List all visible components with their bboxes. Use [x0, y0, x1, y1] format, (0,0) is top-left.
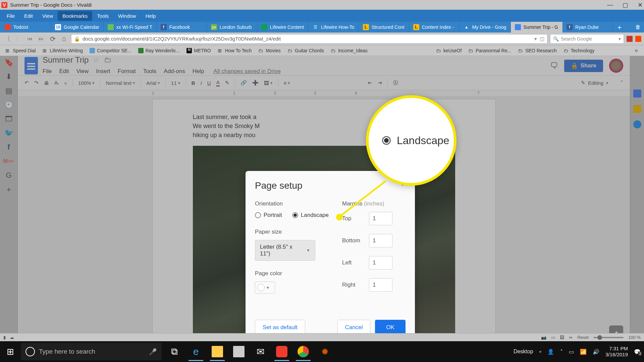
rewind-button[interactable]: ⏮	[25, 35, 34, 43]
battery-icon[interactable]: ▭	[569, 349, 574, 355]
explorer-taskbar-icon[interactable]	[208, 342, 227, 361]
menu-view[interactable]: View	[38, 11, 58, 21]
bookmark-item[interactable]: 🗀keUseOf	[433, 48, 464, 53]
minimize-button[interactable]: —	[607, 1, 613, 9]
actions-icon[interactable]: ⇔	[569, 335, 573, 340]
tab-mydrive[interactable]: ▲My Drive - Goog	[460, 22, 511, 33]
tray-chevron-icon[interactable]: ˄	[560, 349, 563, 355]
window-title: Summer Trip - Google Docs - Vivaldi	[10, 2, 92, 8]
dropdown-icon[interactable]: ▾	[619, 36, 621, 42]
bookmark-item[interactable]: ⊞How To Tech	[215, 48, 255, 53]
vivaldi-taskbar-icon[interactable]	[272, 342, 291, 361]
speeddial-icon: ⊞	[5, 48, 11, 53]
images-icon[interactable]: 🖼	[560, 335, 564, 340]
bookmark-item[interactable]: 🗀Income_Ideas	[328, 48, 370, 53]
bookmarks-overflow[interactable]: »	[631, 47, 641, 54]
home-button[interactable]: ⌂	[60, 35, 68, 43]
bookmark-item[interactable]: 🗀Technology	[561, 48, 597, 53]
tab-summertrip[interactable]: Summer Trip - G	[511, 22, 562, 33]
extension-icon[interactable]	[627, 36, 633, 42]
tab-contentindex[interactable]: LContent Index -	[409, 22, 460, 33]
url-text: docs.google.com/document/d/1IC2Q2VYtUYRK…	[83, 36, 281, 42]
papersize-select[interactable]: Letter (8.5" x 11")▼	[255, 240, 315, 261]
margins-label: Margins (inches)	[342, 200, 406, 207]
desktop-label[interactable]: Desktop	[514, 349, 533, 355]
tray-overflow-icon[interactable]: »	[539, 349, 542, 354]
bookmark-item[interactable]: 🗀Movies	[256, 48, 283, 53]
edge-taskbar-icon[interactable]: e	[186, 342, 205, 361]
pagecolor-select[interactable]: ▼	[255, 282, 275, 294]
margin-bottom-input[interactable]	[369, 234, 392, 247]
mail-taskbar-icon[interactable]: ✉	[251, 342, 270, 361]
tab-todoist[interactable]: Todoist	[1, 22, 51, 33]
closed-tabs-button[interactable]: 🗑	[633, 22, 643, 33]
tab-strip: Todoist 16Google Calendar xx Wi-Fi Speed…	[0, 22, 644, 33]
landscape-radio[interactable]: Landscape	[292, 212, 329, 219]
volume-icon[interactable]: 🔊	[593, 349, 599, 355]
store-taskbar-icon[interactable]	[229, 342, 248, 361]
bookmark-item[interactable]: MMETRO	[184, 48, 214, 53]
menu-window[interactable]: Window	[113, 11, 141, 21]
forward-button[interactable]: 〉	[14, 35, 23, 43]
search-field[interactable]: 🔍 Search Google ▾	[550, 34, 624, 44]
tab-ryandube[interactable]: fRyan Dube	[562, 22, 613, 33]
docs-icon	[515, 24, 521, 30]
reader-icon[interactable]: ◫	[540, 36, 544, 42]
app-taskbar-icon[interactable]: ✹	[315, 342, 334, 361]
list-icon: ☰	[312, 24, 318, 30]
chevron-down-icon: ▼	[266, 286, 270, 290]
bookmark-item[interactable]: ⊞Speed Dial	[3, 48, 39, 53]
tab-london[interactable]: pxLondon Suburb	[207, 22, 257, 33]
margin-top-input[interactable]	[369, 212, 392, 225]
site-icon	[138, 48, 144, 53]
maximize-button[interactable]: ▢	[623, 1, 628, 9]
zoom-slider[interactable]	[593, 337, 624, 338]
mic-icon[interactable]: 🎤	[149, 348, 157, 356]
margin-right-input[interactable]	[369, 278, 392, 292]
tiling-icon[interactable]: ▭	[551, 335, 555, 340]
tab-lifewire-content[interactable]: Lifewire Content	[257, 22, 308, 33]
tab-structured[interactable]: LStructured Cont	[359, 22, 409, 33]
bookmark-item[interactable]: Competitor SE...	[87, 48, 134, 53]
capture-icon[interactable]: 📷	[541, 335, 546, 340]
menu-edit[interactable]: Edit	[19, 11, 38, 21]
bookmark-item[interactable]	[372, 48, 432, 53]
menu-bookmarks[interactable]: Bookmarks	[58, 11, 92, 21]
bookmark-item[interactable]: 🗀Paranormal Re...	[466, 48, 514, 53]
site-icon	[108, 24, 114, 30]
tab-wifi[interactable]: xx Wi-Fi Speed T	[104, 22, 157, 33]
folder-icon	[374, 48, 380, 53]
sync-icon[interactable]: ☁	[10, 335, 14, 340]
new-tab-button[interactable]: ＋	[614, 22, 625, 33]
panel-toggle-icon[interactable]: ▮	[3, 335, 6, 340]
wifi-icon[interactable]: 📶	[580, 349, 587, 355]
windows-search[interactable]: Type here to search 🎤	[21, 343, 162, 360]
menu-file[interactable]: File	[2, 11, 19, 21]
fast-forward-button[interactable]: ⏭	[37, 35, 46, 43]
clock[interactable]: 7:31 PM 3/16/2019	[605, 346, 628, 358]
orientation-label: Orientation	[255, 200, 329, 207]
dropdown-icon[interactable]: ▾	[534, 36, 537, 42]
extension-icon[interactable]	[635, 36, 641, 42]
action-center-icon[interactable]: 💬3	[634, 349, 641, 355]
tab-gcal[interactable]: 16Google Calendar	[51, 22, 104, 33]
close-window-button[interactable]: ✕	[638, 1, 643, 9]
bookmark-item[interactable]: Ray Wenderlic...	[136, 48, 182, 53]
margin-left-input[interactable]	[369, 256, 392, 269]
taskview-button[interactable]: ⧉	[165, 342, 184, 361]
chrome-taskbar-icon[interactable]	[294, 342, 313, 361]
bookmark-item[interactable]: 🗀SEO Research	[515, 48, 559, 53]
reload-button[interactable]: ⟳	[48, 35, 57, 43]
url-field[interactable]: 🔒 docs.google.com/document/d/1IC2Q2VYtUY…	[71, 34, 547, 44]
portrait-radio[interactable]: Portrait	[255, 212, 282, 219]
menu-help[interactable]: Help	[141, 11, 161, 21]
tab-lifewire-howto[interactable]: ☰Lifewire How-To	[308, 22, 359, 33]
tab-facebook[interactable]: fFacebook	[157, 22, 207, 33]
bookmark-item[interactable]: 🗀Guitar Chords	[285, 48, 327, 53]
start-button[interactable]: ⊞	[0, 341, 21, 362]
bookmark-item[interactable]: ⊞LifeWire Wriitng	[40, 48, 86, 53]
menu-tools[interactable]: Tools	[92, 11, 113, 21]
reset-zoom[interactable]: Reset	[577, 335, 589, 340]
people-icon[interactable]: 👤	[547, 349, 554, 355]
back-button[interactable]: 〈	[3, 35, 11, 43]
